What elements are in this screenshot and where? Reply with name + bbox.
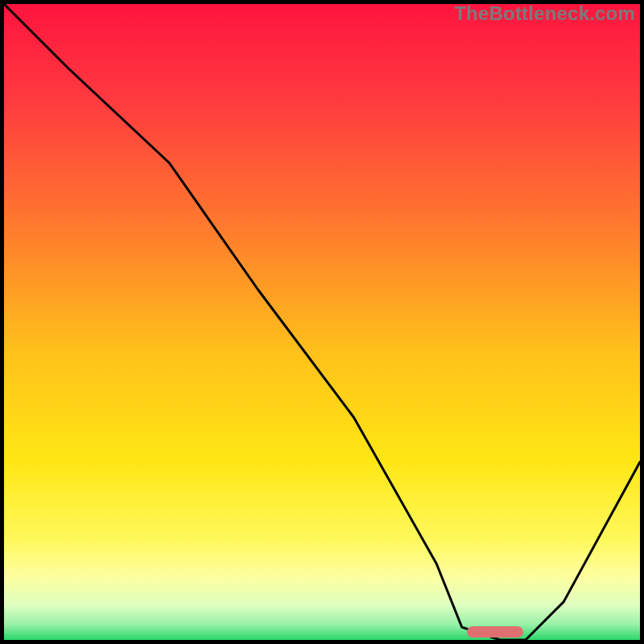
gradient-background [4,4,640,640]
svg-rect-0 [4,4,640,640]
chart-frame: TheBottleneck.com [0,0,644,644]
watermark-text: TheBottleneck.com [454,2,635,25]
target-marker [467,626,523,638]
